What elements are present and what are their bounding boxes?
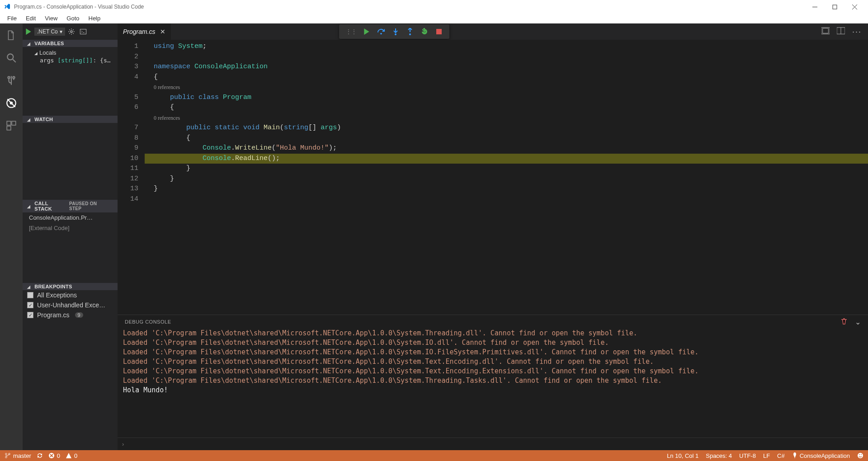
feedback-icon[interactable] — [857, 452, 863, 459]
clear-console-icon[interactable] — [840, 318, 848, 326]
callstack-frame[interactable]: ConsoleApplication.Pr… — [23, 212, 118, 223]
debug-run-bar: .NET Co▾ — [23, 24, 118, 40]
svg-rect-0 — [833, 5, 837, 9]
menu-bar: File Edit View Goto Help — [0, 14, 868, 24]
breakpoint-program-cs[interactable]: Program.cs9 — [23, 310, 118, 320]
step-into-button[interactable] — [392, 28, 400, 36]
svg-point-7 — [71, 31, 72, 33]
svg-point-20 — [858, 453, 863, 458]
svg-point-17 — [5, 456, 7, 458]
stop-button[interactable] — [435, 28, 443, 36]
warnings-status[interactable]: 0 — [66, 452, 77, 459]
svg-rect-5 — [12, 121, 16, 125]
callstack-frame-external[interactable]: [External Code] — [23, 223, 118, 233]
continue-button[interactable] — [363, 28, 371, 36]
step-over-button[interactable] — [377, 28, 385, 36]
vscode-icon — [4, 3, 11, 10]
activity-debug-icon[interactable] — [5, 97, 18, 109]
editor-tab-program[interactable]: Program.cs ✕ — [118, 24, 171, 40]
svg-point-16 — [5, 453, 7, 455]
more-actions-icon[interactable]: ··· — [852, 27, 862, 37]
status-bar: master 0 0 Ln 10, Col 1 Spaces: 4 UTF-8 … — [0, 450, 868, 461]
debug-console-output[interactable]: Loaded 'C:\Program Files\dotnet\shared\M… — [118, 329, 868, 437]
errors-status[interactable]: 0 — [48, 452, 60, 459]
debug-console-panel: DEBUG CONSOLE ⌄ Loaded 'C:\Program Files… — [118, 315, 868, 450]
window-minimize-button[interactable] — [805, 0, 825, 14]
menu-view[interactable]: View — [40, 14, 62, 23]
menu-help[interactable]: Help — [84, 14, 105, 23]
menu-edit[interactable]: Edit — [21, 14, 40, 23]
svg-rect-14 — [823, 28, 829, 33]
callstack-section-header[interactable]: CALL STACKPAUSED ON STEP — [23, 200, 118, 212]
svg-point-1 — [7, 54, 13, 60]
variables-section-header[interactable]: VARIABLES — [23, 40, 118, 47]
debug-sidebar: .NET Co▾ VARIABLES Locals args [string[]… — [23, 24, 118, 450]
drag-handle-icon[interactable]: ⋮⋮ — [345, 28, 356, 35]
restart-button[interactable] — [420, 28, 429, 36]
watch-section-header[interactable]: WATCH — [23, 116, 118, 123]
breakpoint-all-exceptions[interactable]: All Exceptions — [23, 290, 118, 300]
activity-search-icon[interactable] — [5, 52, 18, 64]
breakpoints-section-header[interactable]: BREAKPOINTS — [23, 283, 118, 290]
git-branch-status[interactable]: master — [5, 452, 31, 459]
language-status[interactable]: C# — [777, 452, 785, 459]
locals-scope[interactable]: Locals — [30, 49, 118, 56]
svg-point-10 — [395, 33, 396, 35]
window-titlebar: Program.cs - ConsoleApplication - Visual… — [0, 0, 868, 14]
debug-console-input[interactable]: › — [118, 437, 868, 450]
panel-chevron-icon[interactable]: ⌄ — [855, 318, 861, 326]
debug-toolbar[interactable]: ⋮⋮ — [339, 24, 449, 39]
activity-bar — [0, 24, 23, 450]
svg-point-21 — [859, 454, 860, 455]
svg-point-11 — [409, 33, 411, 35]
editor-tabbar: Program.cs ✕ ⋮⋮ ··· — [118, 24, 868, 40]
activity-extensions-icon[interactable] — [5, 119, 18, 132]
svg-point-22 — [861, 454, 862, 455]
variable-args[interactable]: args [string[]]: {s… — [30, 56, 118, 64]
eol-status[interactable]: LF — [763, 452, 770, 459]
panel-title: DEBUG CONSOLE — [125, 319, 171, 325]
breakpoint-user-unhandled[interactable]: User-Unhandled Exce… — [23, 300, 118, 310]
svg-rect-8 — [80, 29, 86, 34]
activity-git-icon[interactable] — [5, 74, 18, 87]
activity-explorer-icon[interactable] — [5, 29, 18, 42]
debug-target-status[interactable]: ConsoleApplication — [792, 452, 850, 459]
svg-point-3 — [10, 102, 13, 105]
window-close-button[interactable] — [844, 0, 864, 14]
menu-file[interactable]: File — [3, 14, 21, 23]
editor-layout-icon[interactable] — [837, 27, 845, 37]
debug-config-select[interactable]: .NET Co▾ — [34, 28, 65, 36]
debug-console-toggle-icon[interactable] — [80, 28, 87, 35]
split-editor-icon[interactable] — [821, 27, 830, 37]
svg-point-9 — [380, 33, 382, 35]
window-maximize-button[interactable] — [825, 0, 844, 14]
svg-rect-4 — [7, 121, 11, 125]
svg-rect-12 — [436, 29, 442, 34]
menu-goto[interactable]: Goto — [62, 14, 84, 23]
start-debug-button[interactable] — [25, 28, 32, 35]
indent-status[interactable]: Spaces: 4 — [706, 452, 732, 459]
debug-config-gear-icon[interactable] — [68, 28, 75, 35]
close-tab-icon[interactable]: ✕ — [160, 28, 165, 35]
encoding-status[interactable]: UTF-8 — [739, 452, 756, 459]
window-title: Program.cs - ConsoleApplication - Visual… — [14, 4, 805, 10]
code-editor[interactable]: 1234 56 7891011121314 using System; name… — [118, 40, 868, 315]
step-out-button[interactable] — [406, 28, 414, 36]
svg-rect-6 — [7, 126, 11, 130]
sync-status[interactable] — [37, 452, 43, 459]
cursor-position-status[interactable]: Ln 10, Col 1 — [667, 452, 698, 459]
